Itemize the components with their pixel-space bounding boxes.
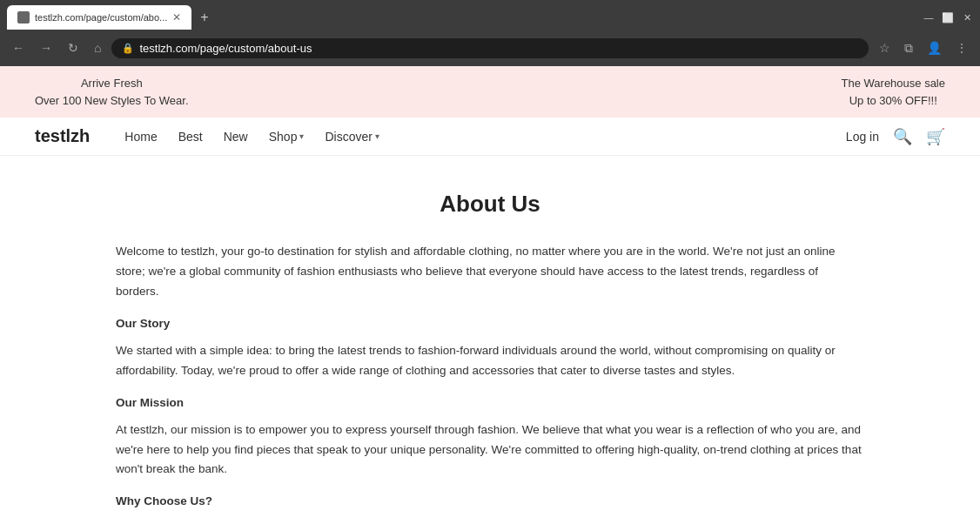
browser-toolbar: ← → ↻ ⌂ 🔒 ☆ ⧉ 👤 ⋮ xyxy=(0,30,980,66)
site-logo[interactable]: testlzh xyxy=(35,126,90,146)
maximize-button[interactable]: ⬜ xyxy=(942,11,954,24)
promo-left-line1: Arrive Fresh xyxy=(35,75,189,92)
tab-title: testlzh.com/page/custom/abo... xyxy=(35,12,167,23)
login-link[interactable]: Log in xyxy=(846,130,879,144)
browser-chrome: testlzh.com/page/custom/abo... ✕ + — ⬜ ✕… xyxy=(0,0,980,66)
menu-button[interactable]: ⋮ xyxy=(950,37,973,58)
intro-paragraph: Welcome to testlzh, your go-to destinati… xyxy=(116,242,864,302)
url-input[interactable] xyxy=(139,42,858,55)
our-mission-text: At testlzh, our mission is to empower yo… xyxy=(116,420,864,480)
toolbar-icons: ☆ ⧉ 👤 ⋮ xyxy=(874,37,973,59)
site-content: Arrive Fresh Over 100 New Styles To Wear… xyxy=(0,66,980,524)
our-story-section: Our Story We started with a simple idea:… xyxy=(116,314,864,381)
promo-right-line2: Up to 30% OFF!!! xyxy=(842,92,945,110)
our-story-title: Our Story xyxy=(116,314,864,334)
intro-text: Welcome to testlzh, your go-to destinati… xyxy=(116,242,864,302)
search-button[interactable]: 🔍 xyxy=(893,127,912,146)
bookmark-button[interactable]: ☆ xyxy=(874,37,896,58)
discover-chevron-icon: ▾ xyxy=(375,131,379,141)
cart-button[interactable]: 🛒 xyxy=(926,127,945,146)
site-header: testlzh Home Best New Shop ▾ Discover ▾ … xyxy=(0,118,980,156)
nav-best[interactable]: Best xyxy=(178,130,203,144)
close-button[interactable]: ✕ xyxy=(961,11,973,24)
header-actions: Log in 🔍 🛒 xyxy=(846,127,945,146)
our-story-text: We started with a simple idea: to bring … xyxy=(116,341,864,381)
window-controls: — ⬜ ✕ xyxy=(923,11,973,24)
our-mission-title: Our Mission xyxy=(116,393,864,413)
nav-shop[interactable]: Shop ▾ xyxy=(269,130,305,144)
forward-button[interactable]: → xyxy=(35,37,57,58)
why-choose-title: Why Choose Us? xyxy=(116,492,864,512)
home-button[interactable]: ⌂ xyxy=(89,37,106,58)
main-content: About Us Welcome to testlzh, your go-to … xyxy=(98,156,882,524)
new-tab-button[interactable]: + xyxy=(195,8,213,27)
tab-favicon xyxy=(17,11,30,24)
nav-discover[interactable]: Discover ▾ xyxy=(325,130,379,144)
promo-right: The Warehouse sale Up to 30% OFF!!! xyxy=(842,75,945,109)
nav-home[interactable]: Home xyxy=(124,130,157,144)
nav-new[interactable]: New xyxy=(224,130,248,144)
refresh-button[interactable]: ↻ xyxy=(63,37,84,58)
site-nav: Home Best New Shop ▾ Discover ▾ xyxy=(124,130,846,144)
active-tab[interactable]: testlzh.com/page/custom/abo... ✕ xyxy=(7,5,191,30)
profile-button[interactable]: 👤 xyxy=(922,37,947,58)
page-title: About Us xyxy=(116,191,864,218)
minimize-button[interactable]: — xyxy=(923,11,935,24)
why-choose-item-1: Global Shipping: No matter where you are… xyxy=(116,519,864,524)
promo-banner: Arrive Fresh Over 100 New Styles To Wear… xyxy=(0,66,980,118)
shop-chevron-icon: ▾ xyxy=(299,131,304,141)
extensions-button[interactable]: ⧉ xyxy=(899,37,918,59)
lock-icon: 🔒 xyxy=(122,43,134,54)
our-mission-section: Our Mission At testlzh, our mission is t… xyxy=(116,393,864,480)
tab-bar: testlzh.com/page/custom/abo... ✕ + — ⬜ ✕ xyxy=(0,0,980,30)
promo-left-line2: Over 100 New Styles To Wear. xyxy=(35,92,189,110)
why-choose-section: Why Choose Us? Global Shipping: No matte… xyxy=(116,492,864,524)
tab-close-icon[interactable]: ✕ xyxy=(172,11,181,24)
promo-left: Arrive Fresh Over 100 New Styles To Wear… xyxy=(35,75,189,109)
address-bar[interactable]: 🔒 xyxy=(111,38,869,58)
back-button[interactable]: ← xyxy=(7,37,30,58)
promo-right-line1: The Warehouse sale xyxy=(842,75,945,92)
